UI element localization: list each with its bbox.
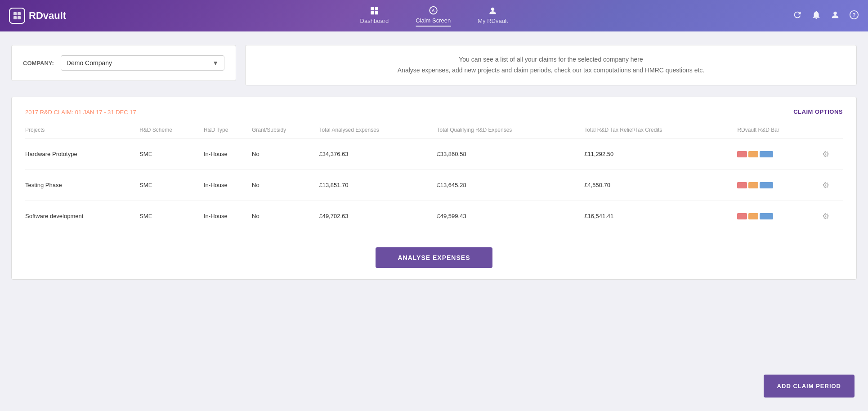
main-nav: Dashboard £ Claim Screen My RDvault [360, 5, 508, 27]
cell-total-tax-relief: £11,292.50 [584, 138, 737, 170]
cell-total-qualifying: £13,645.28 [437, 170, 585, 201]
cell-total-tax-relief: £16,541.41 [584, 201, 737, 232]
rd-bar-segment [748, 182, 758, 188]
company-selector-box: COMPANY: Demo Company ▼ [11, 45, 236, 81]
rd-bar-segment [760, 151, 773, 157]
cell-grant-subsidy: No [252, 201, 319, 232]
svg-point-11 [833, 12, 837, 15]
svg-rect-4 [371, 7, 374, 10]
logo-text: RDvault [29, 10, 66, 22]
col-actions [820, 127, 843, 139]
col-total-tax-relief: Total R&D Tax Relief/Tax Credits [584, 127, 737, 139]
cell-rd-type: In-House [204, 201, 252, 232]
cell-gear[interactable]: ⚙ [820, 201, 843, 232]
cell-rd-type: In-House [204, 170, 252, 201]
svg-rect-3 [18, 16, 21, 19]
top-row: COMPANY: Demo Company ▼ You can see a li… [11, 45, 857, 85]
svg-rect-0 [13, 12, 17, 15]
claim-options-button[interactable]: CLAIM OPTIONS [793, 108, 843, 115]
info-line2: Analyse expenses, add new projects and c… [398, 67, 704, 74]
cell-project: Testing Phase [25, 170, 139, 201]
col-rd-type: R&D Type [204, 127, 252, 139]
app-header: RDvault Dashboard £ Claim Screen My R [0, 0, 868, 31]
cell-grant-subsidy: No [252, 170, 319, 201]
cell-project: Software development [25, 201, 139, 232]
logo-icon [9, 8, 25, 24]
cell-project: Hardware Prototype [25, 138, 139, 170]
main-content: COMPANY: Demo Company ▼ You can see a li… [0, 31, 868, 293]
cell-rd-bar [737, 170, 819, 201]
company-selected-value: Demo Company [67, 59, 112, 67]
project-settings-button[interactable]: ⚙ [820, 209, 832, 223]
user-icon[interactable] [830, 10, 840, 22]
claim-table: Projects R&D Scheme R&D Type Grant/Subsi… [25, 127, 843, 232]
project-settings-button[interactable]: ⚙ [820, 147, 832, 161]
company-dropdown[interactable]: Demo Company ▼ [61, 55, 224, 71]
col-projects: Projects [25, 127, 139, 139]
refresh-icon[interactable] [792, 10, 802, 22]
table-row: Hardware Prototype SME In-House No £34,3… [25, 138, 843, 170]
table-header-row: Projects R&D Scheme R&D Type Grant/Subsi… [25, 127, 843, 139]
col-grant-subsidy: Grant/Subsidy [252, 127, 319, 139]
nav-claim-screen[interactable]: £ Claim Screen [416, 5, 451, 27]
info-line1: You can see a list of all your claims fo… [459, 56, 643, 63]
svg-rect-6 [371, 11, 374, 14]
svg-point-10 [491, 7, 494, 10]
cell-total-tax-relief: £4,550.70 [584, 170, 737, 201]
chevron-down-icon: ▼ [212, 59, 219, 67]
project-settings-button[interactable]: ⚙ [820, 178, 832, 192]
rd-bar-segment [737, 182, 747, 188]
svg-rect-1 [18, 12, 21, 15]
svg-rect-2 [13, 16, 17, 19]
svg-rect-5 [375, 7, 378, 10]
cell-rd-scheme: SME [139, 201, 204, 232]
header-actions: ? [792, 10, 859, 22]
table-row: Testing Phase SME In-House No £13,851.70… [25, 170, 843, 201]
col-rd-scheme: R&D Scheme [139, 127, 204, 139]
claim-title: 2017 R&D CLAIM: 01 JAN 17 - 31 DEC 17 [25, 108, 136, 116]
cell-rd-scheme: SME [139, 138, 204, 170]
cell-total-analysed: £49,702.63 [319, 201, 437, 232]
rd-bar-segment [737, 213, 747, 219]
rd-bar-segment [760, 182, 773, 188]
nav-dashboard[interactable]: Dashboard [360, 6, 389, 26]
cell-grant-subsidy: No [252, 138, 319, 170]
rd-bar-segment [737, 151, 747, 157]
cell-rd-type: In-House [204, 138, 252, 170]
svg-text:?: ? [852, 12, 855, 18]
cell-total-qualifying: £49,599.43 [437, 201, 585, 232]
svg-rect-7 [375, 11, 378, 14]
svg-text:£: £ [432, 8, 434, 13]
logo[interactable]: RDvault [9, 8, 66, 24]
col-rd-bar: RDvault R&D Bar [737, 127, 819, 139]
rd-bar-segment [760, 213, 773, 219]
info-box: You can see a list of all your claims fo… [245, 45, 857, 85]
rd-bar-segment [748, 213, 758, 219]
add-claim-period-button[interactable]: ADD CLAIM PERIOD [764, 375, 855, 398]
cell-gear[interactable]: ⚙ [820, 138, 843, 170]
cell-total-qualifying: £33,860.58 [437, 138, 585, 170]
col-total-analysed: Total Analysed Expenses [319, 127, 437, 139]
cell-total-analysed: £34,376.63 [319, 138, 437, 170]
analyse-expenses-button[interactable]: ANALYSE EXPENSES [376, 247, 493, 268]
help-icon[interactable]: ? [849, 10, 859, 22]
cell-rd-scheme: SME [139, 170, 204, 201]
cell-gear[interactable]: ⚙ [820, 170, 843, 201]
company-label: COMPANY: [23, 60, 54, 67]
cell-rd-bar [737, 201, 819, 232]
claim-section: 2017 R&D CLAIM: 01 JAN 17 - 31 DEC 17 CL… [11, 97, 857, 280]
nav-my-rdvault[interactable]: My RDvault [478, 6, 508, 26]
cell-total-analysed: £13,851.70 [319, 170, 437, 201]
claim-header: 2017 R&D CLAIM: 01 JAN 17 - 31 DEC 17 CL… [25, 108, 843, 116]
rd-bar-segment [748, 151, 758, 157]
analyse-btn-row: ANALYSE EXPENSES [25, 243, 843, 268]
notifications-icon[interactable] [811, 10, 821, 22]
cell-rd-bar [737, 138, 819, 170]
table-row: Software development SME In-House No £49… [25, 201, 843, 232]
col-total-qualifying: Total Qualifying R&D Expenses [437, 127, 585, 139]
